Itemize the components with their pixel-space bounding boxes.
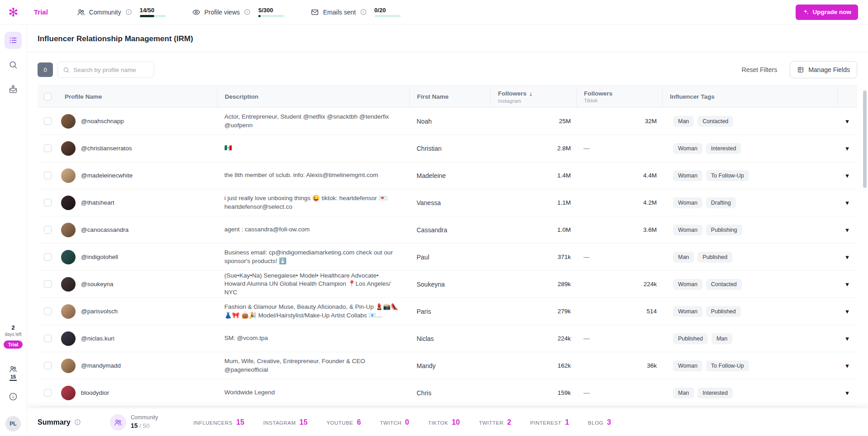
profile-handle[interactable]: @niclas.kuri (81, 335, 114, 342)
table-row[interactable]: @noahschnapp Actor, Entrepreneur, Studen… (38, 108, 857, 135)
followers-tiktok-value: 224k (576, 281, 662, 287)
mail-icon (311, 8, 319, 16)
chevron-down-icon[interactable]: ▾ (845, 118, 849, 125)
sparkle-icon (802, 9, 809, 15)
avatar-initials: PL (9, 421, 16, 427)
influencer-tag: Woman (673, 197, 702, 208)
row-checkbox[interactable] (44, 172, 52, 179)
upgrade-now-button[interactable]: Upgrade now (796, 5, 858, 20)
row-checkbox[interactable] (44, 335, 52, 342)
profile-handle[interactable]: @madeleinecwhite (81, 172, 133, 179)
column-header-influencer-tags[interactable]: Influencer Tags (662, 86, 837, 107)
table-row[interactable]: bloodydior Worldwide Legend Chris 159k —… (38, 379, 857, 407)
row-checkbox[interactable] (44, 199, 52, 206)
influencer-tags-cell: Woman Drafting (662, 197, 837, 208)
table-row[interactable]: @madeleinecwhite the 8th member of sclub… (38, 162, 857, 189)
row-checkbox[interactable] (44, 226, 52, 234)
info-icon[interactable] (74, 419, 81, 426)
column-header-first-name[interactable]: First Name (409, 86, 490, 107)
footer-stat-label: PINTEREST (530, 420, 561, 426)
footer-stat-value: 15 (236, 418, 244, 426)
footer-stat-value: 3 (607, 418, 611, 426)
footer-stat: TWITCH 0 (380, 418, 409, 426)
footer-stat-label: YOUTUBE (327, 420, 353, 426)
table-row[interactable]: @soukeyna (Sue•Kay•Na) Senegalese• Model… (38, 271, 857, 298)
chevron-down-icon[interactable]: ▾ (845, 226, 849, 233)
profile-handle[interactable]: @thatsheart (81, 199, 114, 206)
table-row[interactable]: @thatsheart i just really love unboxing … (38, 189, 857, 216)
row-checkbox[interactable] (44, 253, 52, 261)
vertical-scrollbar[interactable] (863, 91, 867, 188)
row-checkbox[interactable] (44, 389, 52, 397)
row-checkbox[interactable] (44, 280, 52, 288)
fields-grid-icon (797, 66, 804, 73)
column-header-label: Influencer Tags (670, 93, 715, 100)
table-row[interactable]: @indigotohell Business email: cp@indigom… (38, 244, 857, 271)
avatar (61, 223, 76, 237)
influencer-tag: Man (711, 333, 732, 344)
user-avatar[interactable]: PL (5, 416, 21, 431)
table-row[interactable]: @canocassandra agent : cassandra@foll-ow… (38, 216, 857, 244)
eye-icon (192, 8, 200, 16)
profile-handle[interactable]: @mandymadd (81, 362, 121, 369)
footer-stat: TIKTOK 10 (428, 418, 460, 426)
chevron-down-icon[interactable]: ▾ (845, 199, 849, 206)
manage-fields-button[interactable]: Manage Fields (790, 61, 857, 78)
table-row[interactable]: @mandymadd Mum, Wife, Creative, Entrepre… (38, 352, 857, 379)
chevron-down-icon[interactable]: ▾ (845, 281, 849, 287)
followers-instagram-value: 279k (490, 308, 576, 315)
summary-bar: Summary Community 15 / 50 INFLUENCERS 15… (27, 408, 868, 436)
row-checkbox[interactable] (44, 144, 52, 152)
column-header-description[interactable]: Description (217, 86, 409, 107)
column-header-profile-name[interactable]: Profile Name (57, 86, 217, 107)
influencer-tag: Man (673, 252, 694, 263)
topbar-stat-profile-views: Profile views 5/300 (192, 7, 285, 17)
column-header-followers-tiktok[interactable]: Followers Tiktok (576, 86, 662, 107)
chevron-down-icon[interactable]: ▾ (845, 254, 849, 260)
table-header-row: Profile Name Description First Name Foll… (38, 86, 857, 108)
profile-handle[interactable]: @canocassandra (81, 226, 128, 233)
sort-descending-icon[interactable]: ↓ (529, 90, 532, 97)
toolbar: 0 Reset Filters Manage Fields (27, 52, 868, 86)
selection-count-badge[interactable]: 0 (38, 62, 53, 77)
chevron-down-icon[interactable]: ▾ (845, 172, 849, 179)
sidebar-item-outreach[interactable] (5, 81, 22, 98)
chevron-down-icon[interactable]: ▾ (845, 308, 849, 315)
sidebar-item-search[interactable] (5, 56, 22, 73)
column-header-followers-instagram[interactable]: Followers ↓ Instagram (490, 86, 576, 107)
row-checkbox[interactable] (44, 362, 52, 369)
table-row[interactable]: @niclas.kuri SM: @vcom.tpa Niclas 224k —… (38, 325, 857, 352)
row-checkbox[interactable] (44, 117, 52, 125)
chevron-down-icon[interactable]: ▾ (845, 145, 849, 152)
profile-handle[interactable]: @parisvolsch (81, 308, 118, 315)
info-icon[interactable] (360, 9, 367, 15)
sidebar-item-help[interactable] (5, 388, 22, 405)
profile-handle[interactable]: @noahschnapp (81, 118, 124, 125)
followers-tiktok-value: — (576, 335, 662, 342)
usage-stats: Community 14/50 Profile views 5/300 (77, 7, 401, 17)
chevron-down-icon[interactable]: ▾ (845, 335, 849, 342)
profile-handle[interactable]: @indigotohell (81, 254, 118, 260)
chevron-down-icon[interactable]: ▾ (845, 389, 849, 396)
reset-filters-button[interactable]: Reset Filters (742, 66, 778, 73)
profile-handle[interactable]: @soukeyna (81, 281, 114, 287)
search-icon (63, 67, 70, 73)
usage-progress-bar (258, 15, 285, 17)
table-row[interactable]: @christianserratos 🇲🇽 Christian 2.8M — W… (38, 135, 857, 162)
footer-stat-label: INSTAGRAM (263, 420, 296, 426)
sidebar-item-irm[interactable] (5, 32, 22, 49)
column-header-label: Followers (584, 90, 612, 97)
chevron-down-icon[interactable]: ▾ (845, 362, 849, 369)
info-icon[interactable] (125, 9, 132, 15)
sidebar-item-community[interactable]: 15 (9, 365, 17, 381)
footer-stat-value: 10 (452, 418, 460, 426)
profile-handle[interactable]: @christianserratos (81, 145, 132, 152)
info-icon[interactable] (244, 9, 251, 15)
table-row[interactable]: @parisvolsch Fashion & Glamour Muse, Bea… (38, 298, 857, 325)
row-checkbox[interactable] (44, 307, 52, 315)
search-input[interactable] (73, 67, 149, 73)
select-all-checkbox[interactable] (44, 93, 52, 101)
profile-handle[interactable]: bloodydior (81, 389, 109, 396)
info-icon (9, 392, 18, 401)
app-logo[interactable]: ✻ (0, 6, 27, 18)
